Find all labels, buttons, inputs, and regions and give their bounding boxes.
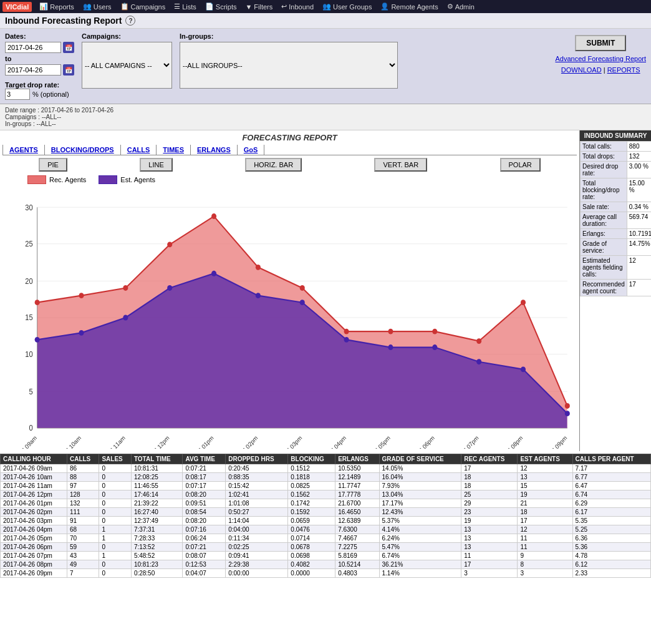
summary-row: Average call duration:569.74 [581,212,652,229]
svg-text:20: 20 [25,276,33,285]
table-cell: 12 [518,525,572,534]
svg-text:10: 10 [25,350,33,359]
tab-times[interactable]: TIMES [157,145,191,155]
table-cell: 0 [99,482,131,490]
nav-lists[interactable]: ☰ Lists [170,1,200,12]
table-cell: 12.6389 [335,517,379,525]
campaigns-select[interactable]: -- ALL CAMPAIGNS --100010371402424 [82,42,172,89]
inbound-summary: INBOUND SUMMARY Total calls:880Total dro… [579,130,651,451]
table-cell: 132 [67,499,99,508]
table-cell: 2.33 [572,569,650,578]
nav-admin[interactable]: ⚙ Admin [443,1,478,12]
table-cell: 15 [518,482,572,490]
summary-row: Recommended agent count:17 [581,280,652,296]
table-header: AVG TIME [183,454,226,464]
rec-point-5 [256,265,261,270]
table-cell: 12.43% [379,508,461,517]
nav-remote-agents[interactable]: 👤 Remote Agents [377,1,441,12]
date-to-calendar-icon[interactable]: 📅 [63,64,74,76]
table-cell: 0.0825 [288,482,335,490]
campaigns-label: Campaigns: [82,32,172,40]
summary-row-label: Total blocking/drop rate: [581,178,627,202]
reports-link[interactable]: REPORTS [607,66,640,74]
nav-reports[interactable]: 📊 Reports [36,1,78,12]
summary-row-label: Erlangs: [581,229,627,239]
chart-buttons: PIE LINE HORIZ. BAR VERT. BAR POLAR [2,158,577,172]
summary-row-value: 0.34 % [627,202,651,212]
table-cell: 0 [99,569,131,578]
est-point-2 [123,315,128,321]
table-header: CALLS PER AGENT [572,454,650,464]
nav-user-groups[interactable]: 👥 User Groups [319,1,375,12]
logo: VICdial [2,2,32,12]
table-cell: 5.35 [572,517,650,525]
table-cell: 21:39:22 [131,499,183,508]
pie-button[interactable]: PIE [39,158,67,172]
target-drop-input[interactable] [5,89,30,100]
table-cell: 17 [518,517,572,525]
table-cell: 11:46:55 [131,482,183,490]
summary-row-label: Sale rate: [581,202,627,212]
table-cell: 0 [99,490,131,499]
table-cell: 70 [67,534,99,543]
svg-text:5: 5 [29,387,32,396]
tab-agents[interactable]: AGENTS [2,145,45,155]
table-cell: 6.47 [572,482,650,490]
tab-blocking-drops[interactable]: BLOCKING/DROPS [45,145,121,155]
table-cell: 0.0476 [288,525,335,534]
date-from-calendar-icon[interactable]: 📅 [63,42,74,53]
table-header: DROPPED HRS [226,454,288,464]
rec-point-1 [79,293,84,298]
table-cell: 1:14:04 [226,517,288,525]
rec-point-9 [432,329,437,334]
est-point-7 [344,337,349,343]
table-cell: 7:28:33 [131,534,183,543]
rec-point-4 [211,213,216,219]
date-from-input[interactable] [5,42,61,53]
table-cell: 5.37% [379,517,461,525]
table-cell: 0:08:07 [183,552,226,560]
table-cell: 6.74% [379,552,461,560]
nav-filters[interactable]: ▼ Filters [241,2,276,12]
help-icon[interactable]: ? [125,16,135,26]
download-link[interactable]: DOWNLOAD [561,66,602,74]
tab-erlangs[interactable]: ERLANGS [191,145,238,155]
polar-button[interactable]: POLAR [500,158,541,172]
table-cell: 6.12 [572,560,650,569]
svg-text:25: 25 [25,240,32,248]
table-cell: 2017-04-26 11am [1,482,67,490]
table-cell: 5.47% [379,543,461,552]
nav-inbound[interactable]: ↩ Inbound [277,1,317,12]
table-cell: 25 [461,490,518,499]
table-cell: 16.04% [379,473,461,482]
horiz-bar-button[interactable]: HORIZ. BAR [245,158,302,172]
nav-users[interactable]: 👥 Users [79,1,115,12]
date-to-input[interactable] [5,64,61,76]
tab-gos[interactable]: GoS [238,145,265,155]
summary-row-value: 10.7191 [627,229,651,239]
line-button[interactable]: LINE [140,158,172,172]
rec-point-0 [35,300,40,305]
table-cell: 0:07:21 [183,543,226,552]
table-cell: 0:88:35 [226,473,288,482]
table-cell: 88 [67,473,99,482]
table-cell: 4.14% [379,525,461,534]
tab-calls[interactable]: CALLS [121,145,157,155]
submit-button[interactable]: SUBMIT [575,35,626,51]
data-table-header: CALLING HOURCALLSSALESTOTAL TIMEAVG TIME… [1,454,651,464]
table-cell: 11 [518,534,572,543]
vert-bar-button[interactable]: VERT. BAR [374,158,427,172]
table-cell: 0 [99,517,131,525]
table-cell: 0 [99,473,131,482]
nav-scripts[interactable]: 📄 Scripts [201,1,241,12]
table-cell: 0.4803 [335,569,379,578]
advanced-forecasting-link[interactable]: Advanced Forecasting Report [555,55,646,62]
nav-campaigns[interactable]: 📋 Campaigns [117,1,170,12]
table-cell: 6.17 [572,508,650,517]
x-label-11: 2017-04-26 08pm [488,434,524,449]
ingroups-label: In-groups: [180,32,398,40]
ingroups-select[interactable]: --ALL INGROUPS--_STAY - Testing options1… [180,42,398,89]
rec-point-11 [521,300,526,305]
chart-tabs: AGENTS BLOCKING/DROPS CALLS TIMES ERLANG… [2,145,577,155]
table-cell: 11.7747 [335,482,379,490]
